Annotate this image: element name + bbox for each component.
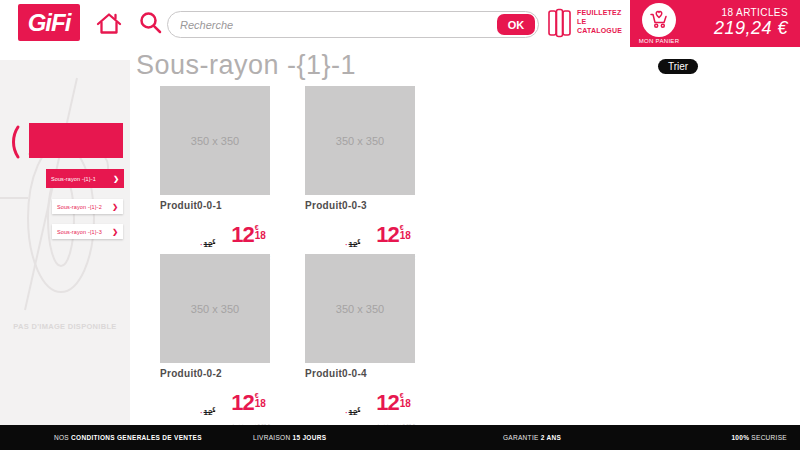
product-image-placeholder: 350 x 350 [305,254,415,363]
header: GiFi OK FEUILLETEZ [0,0,800,47]
chevron-right-icon: ❯ [112,203,118,211]
footer-cgv-link[interactable]: NOS CONDITIONS GENERALES DE VENTES [54,425,202,450]
product-name: Produit0-0-1 [160,200,272,211]
footer-delivery: LIVRAISON 15 JOURS [253,425,326,450]
sort-button[interactable]: Trier [658,59,698,74]
cart-article-count: 18 ARTICLES [722,7,788,18]
search-ok-button[interactable]: OK [497,14,535,35]
old-price: ·12€ [345,239,360,250]
no-image-text: PAS D'IMAGE DISPONIBLE [0,322,130,331]
home-icon[interactable] [95,11,123,35]
chevron-right-icon: ❯ [113,175,119,183]
sidebar-item-sous-rayon-3[interactable]: Sous-rayon -{1}-3 ❯ [52,224,123,239]
page-title: Sous-rayon -{1}-1 [136,50,356,81]
chevron-right-icon: ❯ [112,228,118,236]
sidebar-item-label: Sous-rayon -{1}-2 [57,204,102,210]
product-card[interactable]: 350 x 350 Produit0-0-3 ·12€ 12€18 dont é… [305,86,417,264]
sidebar-item-label: Sous-rayon -{1}-1 [51,176,96,182]
app-window: GiFi OK FEUILLETEZ [0,0,800,450]
no-camera-watermark-icon [0,70,130,320]
sidebar-item-sous-rayon-1[interactable]: Sous-rayon -{1}-1 ❯ [46,169,124,188]
sidebar: Sous-rayon -{1}-1 ❯ Sous-rayon -{1}-2 ❯ … [0,60,130,425]
product-name: Produit0-0-4 [305,368,417,379]
old-price: ·12€ [200,407,215,418]
product-name: Produit0-0-3 [305,200,417,211]
catalogue-label: FEUILLETEZ LE CATALOGUE [577,8,622,35]
browse-catalogue-link[interactable]: FEUILLETEZ LE CATALOGUE [547,7,643,41]
sidebar-item-sous-rayon-2[interactable]: Sous-rayon -{1}-2 ❯ [52,199,123,214]
cart-button[interactable]: MON PANIER 18 ARTICLES 219,24 € [630,0,800,47]
old-price: ·12€ [200,239,215,250]
category-banner[interactable] [29,123,123,158]
product-card[interactable]: 350 x 350 Produit0-0-4 ·12€ 12€18 dont é… [305,254,417,432]
old-price: ·12€ [345,407,360,418]
back-chevron-icon[interactable] [7,124,22,160]
footer-warranty: GARANTIE 2 ANS [503,425,561,450]
product-name: Produit0-0-2 [160,368,272,379]
search-icon[interactable] [139,11,162,34]
sidebar-item-label: Sous-rayon -{1}-3 [57,229,102,235]
gifi-logo[interactable]: GiFi [18,4,80,41]
search-bar: OK [167,11,539,38]
product-card[interactable]: 350 x 350 Produit0-0-1 ·12€ 12€18 dont é… [160,86,272,264]
cart-total: 219,24 € [714,18,788,39]
product-image-placeholder: 350 x 350 [160,86,270,195]
search-input[interactable] [180,13,480,36]
footer-bar: NOS CONDITIONS GENERALES DE VENTES LIVRA… [0,425,800,450]
cart-label: MON PANIER [630,38,688,44]
product-image-placeholder: 350 x 350 [305,86,415,195]
footer-secure: 100% SECURISE [731,425,787,450]
product-image-placeholder: 350 x 350 [160,254,270,363]
product-card[interactable]: 350 x 350 Produit0-0-2 ·12€ 12€18 dont é… [160,254,272,432]
cart-icon [642,3,676,37]
